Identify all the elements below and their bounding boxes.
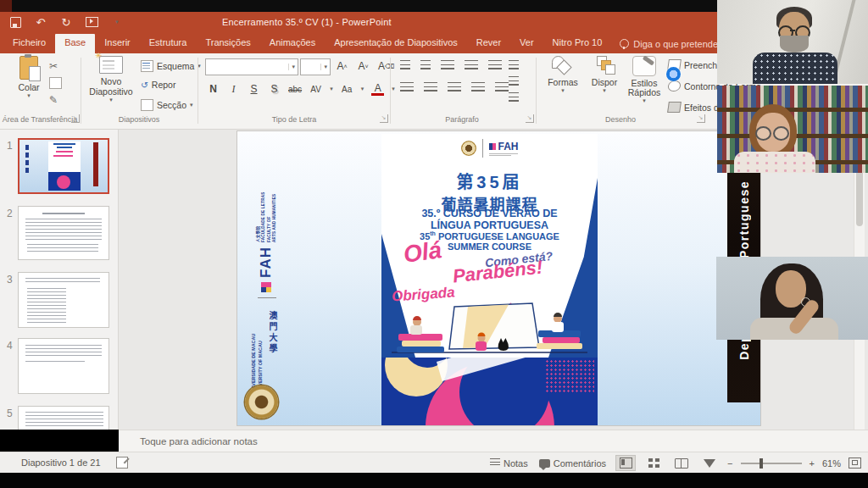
align-center-icon[interactable] — [424, 82, 437, 92]
decrease-font-icon[interactable]: A˅ — [357, 59, 370, 73]
font-color-button[interactable]: A — [371, 82, 384, 96]
tab-rever[interactable]: Rever — [467, 34, 510, 53]
thumb-number-3: 3 — [7, 274, 13, 286]
poster-illustration — [381, 300, 598, 359]
layout-icon — [141, 60, 153, 72]
notes-page-icon[interactable] — [116, 457, 128, 469]
bullets-icon[interactable] — [400, 60, 410, 70]
slide-thumbnail-4[interactable] — [18, 338, 109, 394]
reading-view-button[interactable] — [671, 455, 692, 471]
paragraph-dialog-launcher[interactable]: ↘ — [526, 114, 534, 123]
slide-editing-area[interactable]: FAH 人文學院 FACULDADE DE LETRAS FACULTY OF … — [237, 131, 760, 425]
increase-indent-icon[interactable] — [465, 60, 478, 70]
fah-mini-letters: FAH — [498, 141, 519, 152]
faculty-line: FACULTY OF — [267, 192, 271, 242]
participant-2-glasses — [755, 126, 771, 141]
slide-thumbnail-3[interactable] — [18, 272, 109, 328]
bold-button[interactable]: N — [207, 82, 220, 96]
copy-icon — [49, 77, 62, 89]
smartart-icon[interactable] — [509, 92, 519, 103]
italic-button[interactable]: I — [227, 82, 240, 96]
font-size-combo[interactable]: ▾ — [300, 58, 331, 75]
video-tile-participant-2[interactable] — [717, 86, 868, 173]
tab-ficheiro[interactable]: Ficheiro — [3, 34, 55, 53]
quick-styles-button[interactable]: Estilos Rápidos ▾ — [625, 56, 664, 104]
justify-icon[interactable] — [471, 82, 485, 92]
character-spacing-button[interactable]: AV — [309, 82, 322, 96]
tab-transicoes[interactable]: Transições — [196, 34, 259, 53]
tab-base[interactable]: Base — [55, 34, 95, 53]
align-right-icon[interactable] — [448, 82, 461, 92]
letterbox-corner — [0, 0, 12, 12]
cut-button[interactable]: ✂ — [49, 60, 58, 72]
arrange-button[interactable]: Dispor ▾ — [587, 56, 622, 94]
slide-thumbnail-5[interactable] — [18, 406, 109, 430]
numbering-icon[interactable] — [420, 60, 431, 70]
zoom-slider[interactable] — [741, 463, 802, 464]
decrease-indent-icon[interactable] — [441, 60, 454, 70]
notes-pane[interactable]: Toque para adicionar notas — [119, 430, 868, 452]
section-button[interactable]: Secção▾ — [141, 99, 193, 111]
increase-font-icon[interactable]: A˄ — [336, 59, 348, 73]
line-spacing-icon[interactable] — [488, 60, 502, 70]
clear-formatting-icon[interactable]: A⌫ — [378, 59, 394, 73]
fah-logo-icon — [261, 282, 271, 292]
zoom-out-button[interactable]: − — [727, 458, 732, 469]
font-dialog-launcher[interactable]: ↘ — [380, 114, 388, 123]
shapes-button[interactable]: Formas ▾ — [542, 56, 583, 94]
new-slide-button[interactable]: Novo Diapositivo ▾ — [86, 56, 136, 103]
font-name-combo[interactable]: ▾ — [205, 58, 298, 75]
zoom-level[interactable]: 61% — [822, 458, 841, 469]
redo-icon[interactable]: ↻ — [59, 15, 73, 29]
normal-view-button[interactable] — [615, 455, 636, 471]
undo-icon[interactable]: ↶ — [34, 15, 47, 29]
align-left-icon[interactable] — [400, 82, 414, 92]
tab-estrutura[interactable]: Estrutura — [140, 34, 197, 53]
columns-icon[interactable] — [495, 82, 509, 92]
quick-access-toolbar: ↶ ↻ ▾ — [8, 15, 124, 29]
outline-icon — [667, 80, 682, 92]
drawing-dialog-launcher[interactable]: ↘ — [697, 114, 705, 123]
thumb-number-2: 2 — [7, 208, 13, 219]
tab-animacoes[interactable]: Animações — [260, 34, 325, 53]
reset-button[interactable]: ↺Repor — [141, 80, 175, 90]
greeting-ola: Olá — [402, 236, 443, 269]
fah-mini-logo-icon — [489, 143, 496, 150]
clipboard-dialog-launcher[interactable]: ↘ — [71, 114, 80, 123]
layout-button[interactable]: Esquema▾ — [141, 60, 201, 72]
customize-qat-arrow-icon[interactable]: ▾ — [110, 15, 124, 29]
poster-bottom-swirl — [381, 358, 598, 425]
comments-icon — [539, 459, 550, 468]
fit-slide-to-window-icon[interactable] — [849, 458, 861, 469]
text-shadow-button[interactable]: S — [268, 82, 281, 96]
slideshow-icon[interactable] — [85, 15, 98, 29]
paragraph-row-2 — [400, 82, 509, 92]
text-direction-icon[interactable] — [509, 60, 519, 70]
notes-toggle[interactable]: Notas — [488, 458, 530, 469]
video-tile-participant-3[interactable] — [716, 257, 868, 340]
video-tile-participant-1[interactable] — [717, 0, 868, 84]
align-text-icon[interactable] — [509, 76, 519, 86]
font-style-buttons: N I S S abc AV ▾ Aa ▾ A ▾ — [207, 82, 395, 96]
greeting-parabens: Parabéns! — [452, 257, 544, 288]
slide-thumbnail-1[interactable] — [18, 138, 109, 194]
strikethrough-button[interactable]: abc — [288, 82, 302, 96]
copy-button[interactable] — [49, 77, 62, 89]
slide-thumbnail-2[interactable] — [18, 206, 109, 260]
tab-nitro-pro[interactable]: Nitro Pro 10 — [543, 34, 612, 53]
paste-button[interactable]: Colar ▾ — [10, 56, 47, 99]
save-icon[interactable] — [8, 15, 22, 29]
comments-toggle[interactable]: Comentários — [537, 458, 608, 469]
tab-apresentacao[interactable]: Apresentação de Diapositivos — [325, 34, 467, 53]
zoom-slider-handle[interactable] — [760, 458, 763, 469]
change-case-button[interactable]: Aa — [341, 82, 353, 96]
um-cjk-vertical: 澳門大學 — [266, 311, 279, 355]
zoom-in-button[interactable]: + — [810, 458, 815, 469]
brush-icon: ✎ — [49, 94, 58, 106]
underline-button[interactable]: S — [248, 82, 260, 96]
tab-ver[interactable]: Ver — [510, 34, 543, 53]
paragraph-col — [509, 60, 519, 103]
slideshow-view-button[interactable] — [699, 455, 720, 471]
format-painter-button[interactable]: ✎ — [49, 94, 58, 106]
slide-sorter-button[interactable] — [643, 455, 664, 471]
